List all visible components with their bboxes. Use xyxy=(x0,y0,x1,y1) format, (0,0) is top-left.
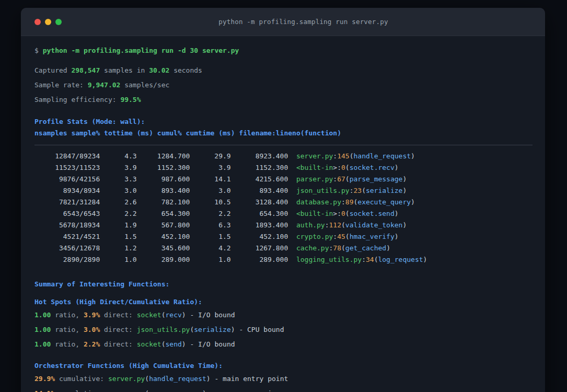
hotspot-line: 1.00 ratio, 3.9% direct: socket(recv) - … xyxy=(34,309,533,321)
window-title: python -m profiling.sampling run server.… xyxy=(62,18,545,26)
hotspot-line: 1.00 ratio, 3.0% direct: json_utils.py(s… xyxy=(34,324,533,336)
profile-stats-heading: Profile Stats (Mode: wall): xyxy=(34,116,533,128)
profile-table: 12847/89234 4.3 1284.700 29.9 8923.400 s… xyxy=(34,151,533,266)
minimize-button[interactable] xyxy=(45,19,51,25)
shell-prompt: $ xyxy=(34,47,43,54)
table-column-header: nsamples sample% tottime (ms) cumul% cum… xyxy=(34,128,533,139)
profile-table-row: 9876/42156 3.3 987.600 14.1 4215.600 par… xyxy=(34,174,533,185)
profile-table-row: 3456/12678 1.2 345.600 4.2 1267.800 cach… xyxy=(34,243,533,254)
command-line: $ python -m profiling.sampling run -d 30… xyxy=(34,45,533,56)
summary-heading: Summary of Interesting Functions: xyxy=(34,279,533,290)
orchestrator-line: 14.1% cumulative: parser.py(parse_messag… xyxy=(34,388,533,392)
profile-table-row: 8934/8934 3.0 893.400 3.0 893.400 json_u… xyxy=(34,185,533,197)
traffic-lights xyxy=(21,19,62,25)
profile-table-row: 2890/2890 1.0 289.000 1.0 289.000 loggin… xyxy=(34,254,533,266)
command-text: python -m profiling.sampling run -d 30 s… xyxy=(43,47,239,54)
maximize-button[interactable] xyxy=(55,19,62,25)
profile-table-row: 4521/4521 1.5 452.100 1.5 452.100 crypto… xyxy=(34,231,533,243)
orchestrators-heading: Orchestrator Functions (High Cumulative … xyxy=(34,360,533,372)
hotspot-line: 1.00 ratio, 2.2% direct: socket(send) - … xyxy=(34,339,533,350)
profile-table-row: 6543/6543 2.2 654.300 2.2 654.300 <built… xyxy=(34,208,533,220)
profile-table-row: 12847/89234 4.3 1284.700 29.9 8923.400 s… xyxy=(34,151,533,162)
window-titlebar[interactable]: python -m profiling.sampling run server.… xyxy=(21,8,545,36)
profile-table-row: 7821/31284 2.6 782.100 10.5 3128.400 dat… xyxy=(34,197,533,208)
capture-stats-line: Captured 298,547 samples in 30.02 second… xyxy=(34,65,533,76)
profile-table-row: 11523/11523 3.9 1152.300 3.9 1152.300 <b… xyxy=(34,162,533,174)
orchestrator-line: 29.9% cumulative: server.py(handle_reque… xyxy=(34,373,533,385)
close-button[interactable] xyxy=(34,19,41,25)
hotspots-heading: Hot Spots (High Direct/Cumulative Ratio)… xyxy=(34,296,533,308)
terminal-content: $ python -m profiling.sampling run -d 30… xyxy=(21,36,545,392)
terminal-window: python -m profiling.sampling run server.… xyxy=(21,8,545,392)
profile-table-row: 5678/18934 1.9 567.800 6.3 1893.400 auth… xyxy=(34,220,533,231)
sample-rate-line: Sample rate: 9,947.02 samples/sec xyxy=(34,79,533,91)
table-divider xyxy=(34,145,533,145)
sampling-efficiency-line: Sampling efficiency: 99.5% xyxy=(34,94,533,106)
